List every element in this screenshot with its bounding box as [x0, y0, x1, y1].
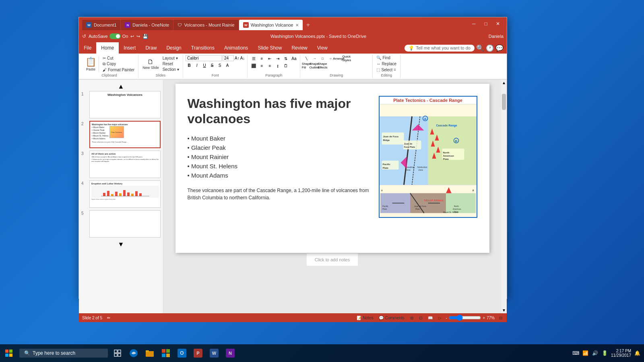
scrollbar-thumb[interactable]	[502, 94, 506, 110]
search-icon[interactable]: 🔍	[476, 44, 484, 52]
new-slide-button[interactable]: 🗋 New Slide	[141, 58, 161, 70]
wifi-icon[interactable]: 📶	[582, 350, 589, 357]
slide-canvas[interactable]: Washington has five major volcanoes Moun…	[175, 84, 489, 253]
font-color-button[interactable]: A	[224, 62, 231, 68]
tab-washington[interactable]: W Washington Volcanoe ✕	[239, 20, 303, 30]
menu-view[interactable]: View	[312, 42, 332, 54]
align-left-button[interactable]: ⬛	[250, 62, 257, 69]
slide-thumb-3[interactable]: 3 All of them are active • All of them e…	[81, 151, 161, 178]
slide-thumb-1[interactable]: 1 Washington Volcanoes	[81, 91, 161, 118]
battery-icon[interactable]: 🔋	[601, 350, 609, 357]
align-right-button[interactable]: ≡	[266, 62, 273, 69]
cut-button[interactable]: ✂ Cut	[101, 56, 136, 61]
quick-styles-button[interactable]: Quick Styles	[343, 55, 350, 62]
volume-icon[interactable]: 🔊	[592, 350, 599, 357]
bullet-list-button[interactable]: ☰	[250, 55, 257, 62]
zoom-control[interactable]: - + 77%	[446, 314, 495, 321]
store-icon[interactable]	[158, 344, 174, 362]
onenote-taskbar-icon[interactable]: N	[222, 344, 238, 362]
tab-document1[interactable]: W Document1	[82, 20, 120, 30]
tell-me-input[interactable]: 💡 Tell me what you want to do	[405, 45, 475, 52]
tab-onenote[interactable]: N Daniela - OneNote	[121, 20, 173, 30]
tab-volcano-rain[interactable]: 🛡 Volcanoes - Mount Rainie	[173, 20, 238, 30]
arrow-shape-button[interactable]: →	[311, 55, 318, 62]
tab-add-button[interactable]: +	[303, 20, 313, 30]
taskview-button[interactable]	[109, 344, 126, 362]
history-icon[interactable]: 🕐	[486, 44, 494, 52]
arrange-button[interactable]: Arrange	[335, 55, 342, 62]
outlook-icon[interactable]: O	[174, 344, 190, 362]
powerpoint-taskbar-icon[interactable]: P	[190, 344, 206, 362]
system-icons[interactable]: ⌨	[572, 350, 580, 357]
file-explorer-icon[interactable]	[142, 344, 158, 362]
menu-design[interactable]: Design	[161, 42, 186, 54]
undo-icon[interactable]: ↩	[130, 34, 134, 39]
italic-button[interactable]: I	[193, 62, 200, 68]
shape-outline-button[interactable]: Shape Outline	[311, 62, 318, 69]
bold-button[interactable]: B	[186, 62, 193, 68]
numbered-list-button[interactable]: ≡	[258, 55, 265, 62]
menu-slideshow[interactable]: Slide Show	[253, 42, 287, 54]
presenter-view-button[interactable]: ▷	[437, 315, 443, 321]
reset-button[interactable]: Reset	[161, 61, 180, 66]
reading-view-button[interactable]: 📖	[427, 315, 434, 321]
layout-button[interactable]: Layout ▾	[161, 56, 180, 61]
indent-decrease-button[interactable]: ⇤	[266, 55, 273, 62]
notes-button[interactable]: 📝 Notes	[355, 315, 374, 321]
underline-button[interactable]: U	[201, 62, 208, 68]
shape-effects-button[interactable]: Shape Effects	[319, 62, 326, 69]
word-taskbar-icon[interactable]: W	[206, 344, 222, 362]
increase-font-icon[interactable]: A↑	[235, 56, 239, 60]
font-name-input[interactable]	[186, 55, 222, 61]
rect-shape-button[interactable]: □	[319, 55, 326, 62]
notes-area[interactable]: Click to add notes	[307, 253, 358, 266]
font-size-input[interactable]	[223, 55, 234, 61]
scroll-down-arrow[interactable]: ▼	[501, 307, 507, 313]
slide-preview-4[interactable]: Eruption and Lahar History	[89, 180, 161, 208]
menu-transitions[interactable]: Transitions	[186, 42, 219, 54]
text-box-button[interactable]: 🗒	[282, 62, 289, 69]
scroll-top-button[interactable]: ▲	[81, 82, 161, 91]
slide-preview-2[interactable]: Washington has five major volcanoes • Mo…	[89, 121, 161, 148]
section-button[interactable]: Section ▾	[161, 67, 180, 72]
text-direction-button[interactable]: ⇅	[282, 55, 289, 62]
scroll-up-arrow[interactable]: ▲	[501, 80, 507, 86]
v-scrollbar[interactable]: ▲ ▼	[501, 80, 507, 313]
find-button[interactable]: 🔍 Find	[375, 55, 398, 60]
slide-preview-1[interactable]: Washington Volcanoes	[89, 91, 161, 118]
menu-draw[interactable]: Draw	[140, 42, 161, 54]
autosave-toggle[interactable]	[109, 33, 121, 39]
zoom-out-icon[interactable]: -	[446, 316, 447, 320]
edit-icon[interactable]: ✏	[107, 316, 110, 320]
scroll-bottom-button[interactable]: ▼	[81, 240, 161, 249]
start-button[interactable]	[0, 344, 18, 362]
paste-button[interactable]: 📋 Paste	[83, 56, 99, 72]
redo-icon[interactable]: ↪	[136, 34, 140, 39]
maximize-button[interactable]: □	[480, 19, 491, 28]
slide-preview-5[interactable]	[89, 210, 161, 238]
slide-thumb-2[interactable]: 2 Washington has five major volcanoes • …	[81, 121, 161, 148]
menu-file[interactable]: File	[79, 42, 96, 54]
notification-icon[interactable]: 🔔	[634, 350, 641, 357]
copy-button[interactable]: ⧉ Copy	[101, 61, 136, 67]
line-shape-button[interactable]: ╲	[303, 55, 310, 62]
decrease-font-icon[interactable]: A↓	[240, 56, 245, 60]
close-button[interactable]: ✕	[492, 19, 504, 28]
taskbar-search[interactable]: 🔍 Type here to search	[19, 349, 108, 358]
menu-review[interactable]: Review	[287, 42, 312, 54]
replace-button[interactable]: ↔ Replace	[375, 61, 398, 66]
menu-home[interactable]: Home	[96, 42, 119, 54]
fit-window-button[interactable]: ⊟	[498, 315, 504, 321]
menu-animations[interactable]: Animations	[219, 42, 253, 54]
columns-button[interactable]: ⫿	[274, 62, 281, 69]
shape-fill-button[interactable]: Shape Fill	[303, 62, 310, 69]
comment-icon[interactable]: 💬	[495, 44, 504, 52]
format-painter-button[interactable]: 🖌 Format Painter	[101, 67, 136, 72]
zoom-slider-input[interactable]	[449, 314, 481, 321]
menu-insert[interactable]: Insert	[119, 42, 140, 54]
slide-thumb-4[interactable]: 4 Eruption and Lahar History	[81, 180, 161, 208]
strikethrough-button[interactable]: S	[208, 62, 216, 68]
comments-button[interactable]: 💬 Comments	[378, 315, 405, 321]
slide-preview-3[interactable]: All of them are active • All of them exc…	[89, 151, 161, 178]
edge-browser-icon[interactable]	[126, 344, 142, 362]
